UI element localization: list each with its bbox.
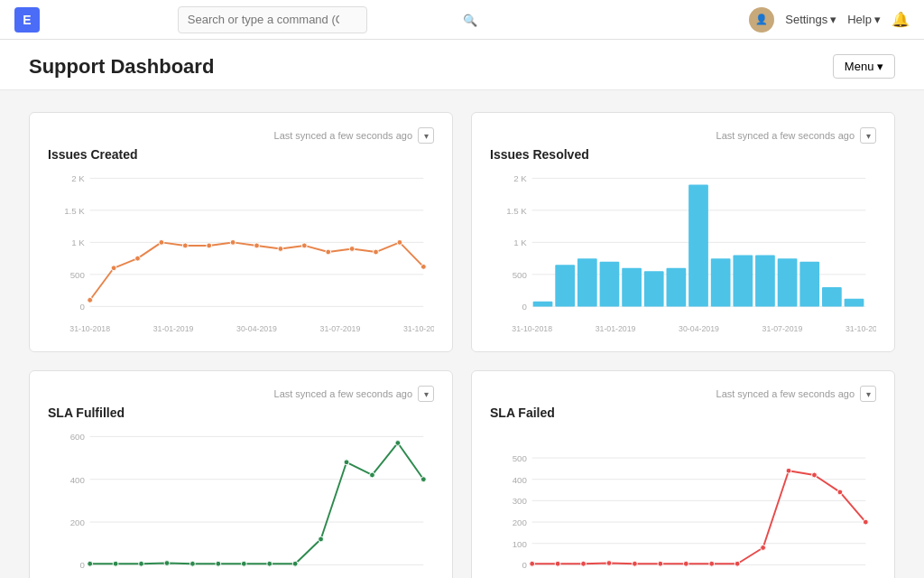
svg-text:500: 500 [70, 270, 86, 280]
svg-text:31-10-2018: 31-10-2018 [512, 324, 552, 333]
svg-point-108 [633, 561, 638, 566]
page-title: Support Dashboard [29, 55, 214, 79]
help-chevron-icon: ▾ [874, 13, 881, 26]
svg-text:31-10-2019: 31-10-2019 [845, 324, 876, 333]
svg-point-86 [420, 477, 426, 482]
search-wrap: 🔍 [178, 6, 485, 33]
svg-point-82 [319, 536, 324, 542]
svg-point-80 [267, 561, 273, 566]
svg-point-109 [658, 561, 663, 566]
nav-right: 👤 Settings ▾ Help ▾ 🔔 [749, 7, 910, 33]
svg-rect-57 [799, 262, 819, 307]
sync-dropdown-button[interactable]: ▾ [418, 386, 434, 402]
svg-text:0: 0 [79, 302, 85, 312]
svg-point-81 [292, 561, 298, 566]
svg-point-28 [397, 239, 402, 245]
menu-button[interactable]: Menu ▾ [833, 54, 895, 79]
card-issues-resolved: Last synced a few seconds ago ▾ Issues R… [471, 112, 895, 352]
svg-text:30-04-2019: 30-04-2019 [236, 324, 277, 333]
sync-text: Last synced a few seconds ago [716, 388, 855, 399]
chart-container: 2 K1.5 K1 K500031-10-201831-01-201930-04… [490, 169, 876, 340]
svg-point-19 [182, 243, 188, 248]
svg-text:30-04-2019: 30-04-2019 [679, 324, 719, 333]
card-title: SLA Failed [490, 406, 876, 420]
svg-point-73 [88, 561, 93, 566]
svg-point-75 [139, 561, 144, 566]
svg-text:500: 500 [513, 453, 528, 463]
page-header: Support Dashboard Menu ▾ [0, 40, 924, 90]
svg-point-18 [159, 239, 164, 245]
sync-text: Last synced a few seconds ago [274, 388, 412, 399]
settings-button[interactable]: Settings ▾ [785, 13, 836, 26]
card-title: Issues Created [48, 147, 434, 162]
svg-rect-46 [555, 265, 575, 306]
chart-svg: 2 K1.5 K1 K500031-10-201831-01-201930-04… [48, 169, 434, 340]
sync-dropdown-button[interactable]: ▾ [860, 127, 876, 144]
svg-point-105 [555, 561, 560, 566]
svg-text:500: 500 [513, 270, 528, 280]
svg-point-84 [370, 472, 375, 478]
svg-point-79 [241, 561, 246, 566]
svg-point-110 [683, 561, 688, 566]
sync-text: Last synced a few seconds ago [716, 130, 855, 141]
help-label: Help [847, 13, 872, 26]
sync-text: Last synced a few seconds ago [274, 130, 412, 141]
svg-point-104 [530, 561, 535, 566]
help-button[interactable]: Help ▾ [847, 13, 881, 26]
svg-rect-49 [622, 268, 642, 307]
app-logo: E [14, 7, 40, 33]
svg-text:0: 0 [79, 560, 85, 570]
svg-rect-50 [644, 271, 664, 306]
svg-point-116 [837, 489, 843, 495]
svg-rect-59 [845, 299, 864, 307]
card-issues-created: Last synced a few seconds ago ▾ Issues C… [29, 112, 453, 352]
svg-rect-51 [667, 268, 687, 307]
sync-dropdown-button[interactable]: ▾ [860, 386, 876, 402]
settings-chevron-icon: ▾ [830, 13, 836, 26]
dashboard-grid: Last synced a few seconds ago ▾ Issues C… [0, 90, 924, 578]
svg-point-112 [735, 561, 740, 566]
card-header: Last synced a few seconds ago ▾ [48, 127, 434, 144]
svg-point-85 [395, 441, 401, 446]
sync-dropdown-button[interactable]: ▾ [418, 127, 434, 144]
svg-point-83 [344, 460, 349, 465]
top-navigation: E 🔍 👤 Settings ▾ Help ▾ 🔔 [0, 0, 924, 40]
svg-text:0: 0 [522, 302, 527, 312]
card-header: Last synced a few seconds ago ▾ [490, 127, 876, 144]
svg-rect-53 [711, 258, 731, 306]
card-header: Last synced a few seconds ago ▾ [48, 386, 434, 402]
svg-point-115 [812, 472, 818, 478]
svg-point-106 [581, 561, 587, 566]
svg-point-107 [606, 561, 612, 566]
svg-text:2 K: 2 K [71, 173, 85, 183]
svg-point-17 [135, 256, 141, 261]
svg-rect-48 [600, 262, 620, 307]
chart-container: 2 K1.5 K1 K500031-10-201831-01-201930-04… [48, 169, 434, 340]
svg-text:300: 300 [513, 496, 528, 506]
svg-point-25 [326, 249, 331, 255]
svg-point-114 [786, 468, 791, 473]
chart-svg: 2 K1.5 K1 K500031-10-201831-01-201930-04… [490, 169, 876, 340]
svg-point-113 [761, 545, 766, 551]
svg-text:31-07-2019: 31-07-2019 [320, 324, 361, 333]
svg-text:31-01-2019: 31-01-2019 [596, 324, 636, 333]
svg-text:1 K: 1 K [71, 238, 85, 247]
svg-text:31-07-2019: 31-07-2019 [762, 324, 803, 333]
svg-point-16 [111, 266, 116, 271]
svg-text:1.5 K: 1.5 K [64, 206, 85, 216]
chart-container: 600400200031-10-201831-01-201930-04-2019… [48, 427, 434, 578]
svg-rect-55 [755, 256, 775, 307]
svg-point-15 [88, 297, 93, 303]
svg-text:31-01-2019: 31-01-2019 [153, 324, 194, 333]
svg-rect-54 [733, 256, 753, 307]
avatar: 👤 [749, 7, 774, 33]
svg-point-22 [254, 243, 260, 248]
svg-text:200: 200 [70, 517, 86, 527]
svg-point-117 [863, 519, 868, 525]
card-title: Issues Resolved [490, 147, 876, 162]
notifications-bell-icon[interactable]: 🔔 [892, 11, 910, 28]
search-icon: 🔍 [463, 13, 477, 26]
chart-svg: 500400300200100031-10-201831-01-201930-0… [490, 427, 876, 578]
svg-text:1 K: 1 K [513, 238, 527, 247]
search-input[interactable] [178, 6, 367, 33]
